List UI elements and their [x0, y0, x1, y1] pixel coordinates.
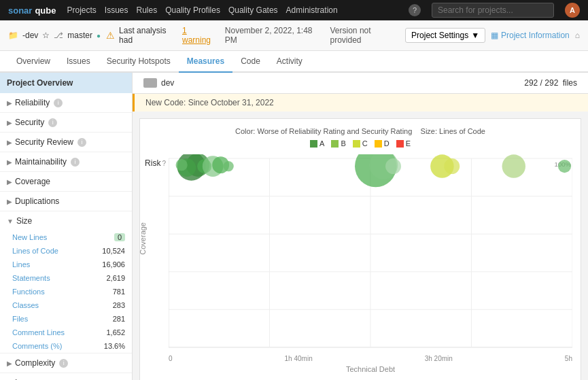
chevron-right-icon: ▶	[7, 119, 12, 126]
folder-icon: 📁	[8, 31, 18, 40]
logo[interactable]: sonarqube	[8, 5, 56, 16]
legend-c-box	[353, 140, 360, 148]
sidebar-title: Project Overview	[0, 73, 132, 93]
comment-lines-value: 1,652	[106, 328, 125, 336]
sidebar-reliability-header[interactable]: ▶ Reliability i	[0, 93, 132, 112]
top-navigation: sonarqube Projects Issues Rules Quality …	[0, 0, 588, 20]
x-tick-0: 0	[169, 355, 173, 362]
help-icon[interactable]: ?	[409, 4, 421, 16]
tab-activity[interactable]: Activity	[269, 51, 311, 73]
nav-issues[interactable]: Issues	[105, 5, 128, 15]
sidebar-issues-header[interactable]: ▶ Issues	[0, 373, 132, 380]
list-item[interactable]: Lines 16,906	[0, 258, 132, 271]
list-item[interactable]: Classes 283	[0, 298, 132, 312]
sidebar-section-size: ▼ Size New Lines 0 Lines of Code 10,524 …	[0, 211, 132, 353]
new-lines-value: 0	[114, 233, 125, 241]
tab-security-hotspots[interactable]: Security Hotspots	[99, 51, 179, 73]
legend-c: C	[353, 139, 368, 148]
info-complexity-icon: i	[59, 359, 68, 368]
chart-svg-area: 0.0% 20.0% 40.0% 60.0% 80.0% 100%	[169, 154, 572, 353]
list-item[interactable]: Lines of Code 10,524	[0, 244, 132, 258]
tab-overview[interactable]: Overview	[8, 51, 58, 73]
reliability-label: Reliability	[15, 98, 50, 107]
warning-link[interactable]: 1 warning	[182, 26, 215, 45]
sidebar-maintainability-header[interactable]: ▶ Maintainability i	[0, 152, 132, 171]
chevron-right-icon: ▶	[7, 360, 12, 367]
comment-lines-label: Comment Lines	[12, 328, 65, 336]
project-info-button[interactable]: ▦ Project Information	[491, 31, 570, 40]
sidebar-section-issues: ▶ Issues	[0, 373, 132, 380]
lines-label: Lines	[12, 260, 30, 269]
risk-label: Risk ?	[148, 158, 169, 168]
chevron-right-icon: ▶	[7, 139, 12, 146]
nav-rules[interactable]: Rules	[137, 5, 158, 15]
x-tick-3: 5h	[565, 355, 572, 362]
lines-value: 16,906	[102, 260, 125, 269]
settings-label: Project Settings	[411, 31, 468, 40]
list-item[interactable]: Statements 2,619	[0, 271, 132, 285]
nav-administration[interactable]: Administration	[286, 5, 338, 15]
nav-quality-gates[interactable]: Quality Gates	[228, 5, 278, 15]
sidebar: Project Overview ▶ Reliability i ▶ Secur…	[0, 73, 133, 380]
list-item[interactable]: Comments (%) 13.6%	[0, 339, 132, 353]
security-label: Security	[15, 118, 44, 127]
info-maintainability-icon: i	[71, 158, 80, 167]
statements-label: Statements	[12, 274, 50, 282]
tab-code[interactable]: Code	[232, 51, 269, 73]
tab-measures[interactable]: Measures	[179, 51, 232, 73]
sidebar-security-header[interactable]: ▶ Security i	[0, 113, 132, 132]
sidebar-section-duplications: ▶ Duplications	[0, 192, 132, 211]
project-settings-button[interactable]: Project Settings ▼	[405, 28, 485, 43]
logo-qube: qube	[35, 5, 56, 16]
sidebar-size-header[interactable]: ▼ Size	[0, 211, 132, 230]
chart-title-size: Size: Lines of Code	[421, 127, 485, 135]
nav-projects[interactable]: Projects	[67, 5, 96, 15]
sidebar-section-security-review: ▶ Security Review i	[0, 133, 132, 152]
nav-quality-profiles[interactable]: Quality Profiles	[165, 5, 220, 15]
tab-issues[interactable]: Issues	[58, 51, 99, 73]
info-security-icon: i	[48, 118, 57, 127]
info-icon: ▦	[491, 31, 498, 40]
sidebar-security-review-header[interactable]: ▶ Security Review i	[0, 133, 132, 152]
branch-icon-small	[143, 78, 157, 88]
list-item[interactable]: New Lines 0	[0, 230, 132, 244]
loc-value: 10,524	[102, 247, 125, 255]
loc-label: Lines of Code	[12, 247, 58, 255]
settings-arrow-icon: ▼	[471, 31, 479, 40]
list-item[interactable]: Functions 781	[0, 285, 132, 298]
content-header: dev 292 / 292 files	[133, 73, 588, 94]
analysis-date: November 2, 2022, 1:48 PM	[225, 26, 321, 45]
sidebar-coverage-header[interactable]: ▶ Coverage	[0, 172, 132, 191]
comments-pct-label: Comments (%)	[12, 342, 62, 350]
user-avatar[interactable]: A	[565, 3, 580, 18]
warning-text: Last analysis had	[119, 26, 178, 45]
chevron-right-icon: ▶	[7, 158, 12, 166]
duplications-label: Duplications	[15, 196, 59, 206]
version-text: Version not provided	[330, 26, 400, 45]
sidebar-section-reliability: ▶ Reliability i	[0, 93, 132, 113]
info-label: Project Information	[501, 31, 570, 40]
svg-point-24	[223, 161, 233, 171]
sidebar-complexity-header[interactable]: ▶ Complexity i	[0, 353, 132, 373]
nav-links: Projects Issues Rules Quality Profiles Q…	[67, 5, 337, 15]
search-input[interactable]	[432, 3, 554, 18]
legend-a-box	[310, 140, 317, 148]
files-label: Files	[12, 315, 28, 323]
logo-sonar: sonar	[8, 5, 32, 16]
info-security-review-icon: i	[77, 138, 86, 147]
statements-value: 2,619	[106, 274, 125, 282]
list-item[interactable]: Files 281	[0, 312, 132, 326]
sub-navigation: Overview Issues Security Hotspots Measur…	[0, 51, 588, 73]
sidebar-section-security: ▶ Security i	[0, 113, 132, 133]
sidebar-duplications-header[interactable]: ▶ Duplications	[0, 192, 132, 211]
size-items: New Lines 0 Lines of Code 10,524 Lines 1…	[0, 230, 132, 353]
legend-d-label: D	[384, 139, 390, 148]
list-item[interactable]: Comment Lines 1,652	[0, 326, 132, 339]
new-code-bar: New Code: Since October 31, 2022	[133, 94, 588, 111]
branch-dot: ●	[97, 32, 101, 39]
chevron-right-icon: ▶	[7, 99, 12, 107]
functions-label: Functions	[12, 288, 45, 296]
star-icon[interactable]: ☆	[42, 31, 50, 40]
home-icon[interactable]: ⌂	[575, 31, 580, 40]
size-label: Size	[16, 216, 32, 226]
